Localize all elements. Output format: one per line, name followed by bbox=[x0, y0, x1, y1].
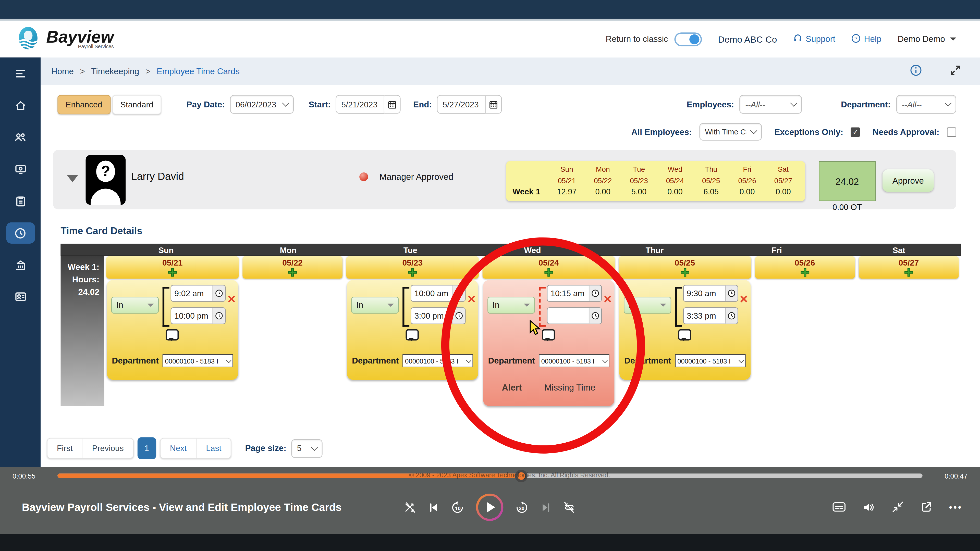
punch-type-select[interactable]: In bbox=[624, 297, 671, 313]
next-page-button[interactable]: Next bbox=[161, 438, 196, 458]
current-page[interactable]: 1 bbox=[137, 437, 156, 459]
filter-bar: Enhanced Standard Pay Date: 06/02/2023 S… bbox=[57, 94, 956, 115]
add-entry-icon[interactable] bbox=[800, 267, 810, 280]
expand-icon[interactable] bbox=[950, 64, 961, 78]
time-out-input[interactable]: 3:00 pm bbox=[410, 307, 466, 324]
time-out-input[interactable]: 3:33 pm bbox=[683, 307, 738, 324]
last-page-button[interactable]: Last bbox=[196, 438, 231, 458]
screen: Bayview Payroll Services Return to class… bbox=[0, 0, 980, 551]
clock-icon[interactable] bbox=[589, 286, 601, 301]
start-date-input[interactable]: 5/21/2023 bbox=[336, 95, 384, 114]
clock-icon[interactable] bbox=[725, 286, 737, 301]
department-select[interactable]: --All-- bbox=[896, 95, 956, 114]
chevron-down-icon bbox=[660, 303, 666, 310]
add-entry-icon[interactable] bbox=[287, 267, 298, 280]
clock-icon[interactable] bbox=[452, 308, 465, 324]
total-hours: 24.02 bbox=[819, 161, 876, 201]
comment-icon[interactable] bbox=[542, 329, 555, 341]
punch-type-select[interactable]: In bbox=[111, 297, 159, 313]
chevron-down-icon bbox=[524, 303, 530, 310]
time-in-input[interactable]: 9:30 am bbox=[683, 285, 738, 302]
bayview-logo-icon bbox=[16, 25, 43, 54]
time-in-input[interactable]: 9:02 am bbox=[171, 285, 226, 302]
collapse-icon[interactable] bbox=[891, 500, 904, 513]
punch-type-select[interactable]: In bbox=[487, 297, 535, 313]
time-out-input[interactable]: 10:00 pm bbox=[171, 307, 226, 324]
sidebar-item-payroll[interactable] bbox=[10, 159, 31, 180]
previous-page-button[interactable]: Previous bbox=[82, 438, 133, 458]
rewind-10-icon[interactable]: 10 bbox=[450, 500, 465, 514]
captions-icon[interactable] bbox=[832, 501, 846, 513]
comment-icon[interactable] bbox=[678, 329, 691, 341]
needs-approval-checkbox[interactable] bbox=[947, 127, 956, 137]
repeat-off-icon[interactable] bbox=[562, 500, 576, 514]
time-in-input[interactable]: 10:00 am bbox=[410, 285, 466, 302]
breadcrumb-timekeeping[interactable]: Timekeeping bbox=[91, 67, 139, 76]
time-in-input[interactable]: 10:15 am bbox=[547, 285, 602, 302]
elapsed-time: 0:00:55 bbox=[13, 472, 45, 479]
sidebar-item-home[interactable] bbox=[10, 95, 31, 116]
company-name: Demo ABC Co bbox=[718, 34, 777, 44]
end-calendar-icon[interactable] bbox=[486, 95, 502, 114]
delete-entry-icon[interactable]: × bbox=[468, 292, 476, 306]
shuffle-off-icon[interactable] bbox=[404, 501, 417, 514]
volume-icon[interactable] bbox=[862, 501, 876, 513]
clock-icon[interactable] bbox=[589, 308, 601, 324]
enhanced-button[interactable]: Enhanced bbox=[57, 95, 110, 114]
popout-icon[interactable] bbox=[920, 500, 933, 513]
collapse-triangle-icon[interactable] bbox=[67, 175, 78, 188]
entry-department-select[interactable]: 00000100 - 5183 I bbox=[162, 354, 233, 367]
sidebar-item-company[interactable] bbox=[10, 254, 31, 275]
day-column-thur: 05/25 In 9:30 am 3:33 pm × bbox=[617, 256, 753, 406]
clock-icon[interactable] bbox=[452, 286, 465, 301]
add-entry-icon[interactable] bbox=[904, 267, 914, 280]
punch-type-select[interactable]: In bbox=[351, 297, 399, 313]
entry-department-select[interactable]: 00000100 - 5183 I bbox=[402, 354, 473, 367]
add-entry-icon[interactable] bbox=[407, 267, 417, 280]
comment-icon[interactable] bbox=[166, 329, 179, 341]
delete-entry-icon[interactable]: × bbox=[740, 292, 748, 306]
time-out-input-empty[interactable] bbox=[547, 307, 602, 324]
user-menu[interactable]: Demo Demo bbox=[897, 35, 956, 44]
clock-icon[interactable] bbox=[213, 286, 225, 301]
forward-30-icon[interactable]: 30 bbox=[515, 500, 529, 514]
previous-track-icon[interactable] bbox=[428, 501, 440, 513]
timecard-grid: Sun Mon Tue Wed Thur Fri Sat Week 1: Hou… bbox=[61, 244, 961, 406]
info-icon[interactable] bbox=[910, 64, 922, 78]
approve-button[interactable]: Approve bbox=[883, 169, 934, 192]
more-options-icon[interactable]: ••• bbox=[949, 502, 963, 513]
next-track-icon[interactable] bbox=[540, 501, 552, 513]
sidebar-item-timekeeping[interactable] bbox=[6, 222, 35, 244]
support-link[interactable]: Support bbox=[793, 33, 835, 44]
clock-icon[interactable] bbox=[213, 308, 225, 324]
exceptions-only-checkbox[interactable]: ✓ bbox=[851, 127, 860, 137]
employees-select[interactable]: --All-- bbox=[740, 95, 802, 114]
standard-button[interactable]: Standard bbox=[112, 95, 162, 114]
sidebar-item-profile[interactable] bbox=[10, 286, 31, 307]
sidebar-item-tasks[interactable] bbox=[10, 191, 31, 212]
page-size-select[interactable]: 5 bbox=[291, 439, 323, 457]
entry-department-select[interactable]: 00000100 - 5183 I bbox=[539, 354, 609, 367]
delete-entry-icon[interactable]: × bbox=[604, 292, 611, 306]
comment-icon[interactable] bbox=[406, 329, 419, 341]
end-date-input[interactable]: 5/27/2023 bbox=[437, 95, 486, 114]
day-column-tue: 05/23 In 10:00 am 3:00 pm × bbox=[345, 256, 481, 406]
add-entry-icon[interactable] bbox=[544, 267, 554, 280]
start-calendar-icon[interactable] bbox=[384, 95, 401, 114]
week-summary: Week 1 Sun05/2112.97 Mon05/220.00 Tue05/… bbox=[506, 161, 805, 201]
sidebar-menu-icon[interactable] bbox=[10, 63, 31, 84]
all-employees-select[interactable]: With Time Cards bbox=[699, 123, 762, 141]
svg-text:?: ? bbox=[855, 35, 858, 41]
pay-date-select[interactable]: 06/02/2023 bbox=[230, 95, 294, 114]
add-entry-icon[interactable] bbox=[680, 267, 690, 280]
return-to-classic-toggle[interactable] bbox=[674, 32, 702, 46]
first-page-button[interactable]: First bbox=[48, 438, 82, 458]
help-link[interactable]: ? Help bbox=[852, 33, 881, 44]
clock-icon[interactable] bbox=[725, 308, 737, 324]
play-button[interactable] bbox=[475, 493, 504, 522]
add-entry-icon[interactable] bbox=[167, 267, 177, 280]
sidebar-item-employees[interactable] bbox=[10, 127, 31, 148]
entry-department-select[interactable]: 00000100 - 5183 I bbox=[675, 354, 745, 367]
delete-entry-icon[interactable]: × bbox=[228, 292, 235, 306]
breadcrumb-home[interactable]: Home bbox=[51, 67, 74, 76]
